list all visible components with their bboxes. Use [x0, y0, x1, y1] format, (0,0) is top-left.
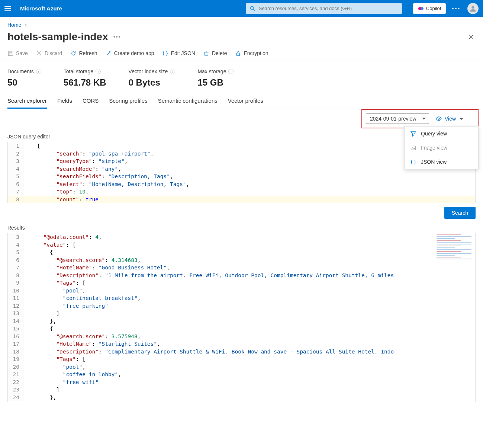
menu-icon[interactable] [4, 6, 11, 11]
tab-bar: Search explorer Fields CORS Scoring prof… [0, 90, 483, 109]
discard-button[interactable]: Discard [36, 50, 62, 56]
image-icon [410, 144, 416, 151]
funnel-icon [410, 130, 416, 137]
breadcrumb: Home › [0, 17, 483, 29]
chevron-down-icon [460, 118, 463, 120]
braces-icon [410, 159, 416, 165]
svg-rect-9 [9, 54, 12, 55]
minimap[interactable] [434, 233, 475, 402]
svg-point-0 [250, 6, 254, 10]
global-search[interactable] [246, 3, 402, 14]
results-editor[interactable]: 3 "@odata.count": 4, 4 "value": [ 5 { 6 … [7, 233, 476, 402]
svg-rect-8 [9, 51, 11, 52]
info-icon[interactable]: i [36, 69, 41, 74]
svg-rect-15 [205, 52, 208, 55]
discard-icon [36, 50, 42, 56]
results-label: Results [0, 223, 483, 233]
copilot-button[interactable]: Copilot [413, 3, 446, 14]
create-demo-button[interactable]: Create demo app [105, 50, 154, 56]
brand-label: Microsoft Azure [20, 5, 62, 12]
svg-rect-7 [8, 51, 13, 55]
more-icon[interactable]: ••• [452, 6, 461, 12]
stat-vector-index: Vector index sizei 0 Bytes [129, 68, 176, 88]
tab-scoring[interactable]: Scoring profiles [109, 97, 147, 109]
user-avatar[interactable] [467, 3, 479, 14]
delete-button[interactable]: Delete [203, 50, 227, 56]
api-version-select[interactable]: 2024-09-01-preview [366, 113, 429, 124]
refresh-icon [70, 50, 76, 56]
tab-vector[interactable]: Vector profiles [228, 97, 263, 109]
tab-search-explorer[interactable]: Search explorer [7, 97, 47, 109]
stat-total-storage: Total storagei 561.78 KB [64, 68, 106, 88]
stat-documents: Documentsi 50 [7, 68, 41, 88]
close-icon[interactable] [467, 32, 476, 41]
svg-point-3 [421, 7, 424, 10]
svg-point-19 [438, 118, 439, 119]
svg-point-21 [412, 147, 412, 147]
trash-icon [203, 50, 209, 56]
azure-top-bar: Microsoft Azure Copilot ••• [0, 0, 483, 17]
wand-icon [105, 50, 111, 56]
info-icon[interactable]: i [96, 69, 101, 74]
command-toolbar: Save Discard Refresh Create demo app Edi… [0, 47, 483, 61]
title-more-icon[interactable]: ••• [113, 34, 121, 40]
svg-point-4 [471, 6, 474, 8]
view-option-query[interactable]: Query view [405, 127, 478, 141]
breadcrumb-home[interactable]: Home [7, 22, 21, 28]
svg-line-1 [253, 9, 255, 11]
stats-row: Documentsi 50 Total storagei 561.78 KB V… [0, 61, 483, 90]
copilot-label: Copilot [426, 6, 441, 11]
encryption-button[interactable]: Encryption [235, 50, 268, 56]
view-dropdown-menu: Query view Image view JSON view [404, 126, 479, 169]
tab-semantic[interactable]: Semantic configurations [158, 97, 218, 109]
search-button[interactable]: Search [444, 207, 476, 219]
chevron-right-icon: › [25, 22, 27, 28]
eye-icon [436, 116, 442, 121]
stat-max-storage: Max storagei 15 GB [197, 68, 234, 88]
edit-json-button[interactable]: Edit JSON [162, 50, 195, 56]
save-icon [7, 50, 13, 56]
save-button[interactable]: Save [7, 50, 28, 56]
info-icon[interactable]: i [228, 69, 234, 74]
view-dropdown-button[interactable]: View [436, 116, 463, 122]
search-icon [250, 6, 255, 11]
highlight-box: 2024-09-01-preview View [361, 109, 479, 128]
title-row: hotels-sample-index ••• [0, 29, 483, 47]
tab-fields[interactable]: Fields [57, 97, 72, 109]
refresh-button[interactable]: Refresh [70, 50, 97, 56]
page-title: hotels-sample-index [7, 31, 108, 43]
tab-cors[interactable]: CORS [83, 97, 99, 109]
lock-icon [235, 50, 241, 56]
global-search-input[interactable] [258, 5, 398, 12]
copilot-icon [418, 6, 424, 12]
svg-rect-18 [236, 53, 239, 55]
view-control-area: 2024-09-01-preview View Query view Image… [0, 109, 483, 131]
info-icon[interactable]: i [170, 69, 175, 74]
view-option-image[interactable]: Image view [405, 141, 478, 155]
view-option-json[interactable]: JSON view [405, 155, 478, 169]
braces-icon [162, 50, 168, 56]
svg-rect-20 [411, 146, 415, 150]
